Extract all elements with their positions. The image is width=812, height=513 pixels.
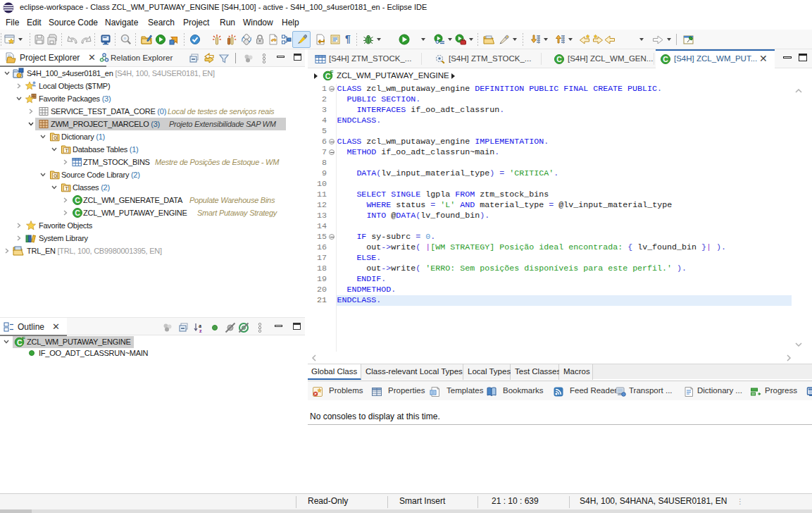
svg-text:C: C [556, 55, 562, 63]
svg-text:C: C [75, 196, 80, 204]
svg-text:z: z [199, 328, 202, 333]
svg-text:G: G [54, 135, 58, 140]
svg-text:F: F [22, 336, 25, 342]
svg-text:C: C [75, 209, 80, 217]
svg-text:G: G [54, 173, 58, 178]
svg-text:F: F [330, 70, 334, 75]
svg-text:C: C [663, 55, 668, 63]
